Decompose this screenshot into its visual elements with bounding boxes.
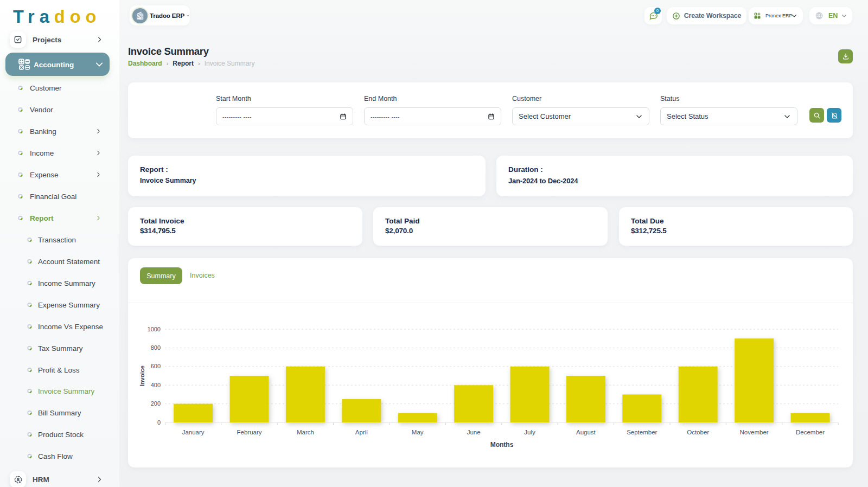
svg-text:June: June <box>467 429 481 435</box>
svg-text:August: August <box>576 429 596 435</box>
svg-text:September: September <box>627 429 657 435</box>
svg-text:May: May <box>412 429 424 435</box>
svg-text:February: February <box>237 429 261 435</box>
svg-text:July: July <box>524 429 535 435</box>
svg-text:October: October <box>687 429 709 435</box>
svg-text:November: November <box>740 429 769 435</box>
svg-text:600: 600 <box>151 363 161 369</box>
svg-text:April: April <box>355 429 368 435</box>
svg-text:400: 400 <box>151 382 161 388</box>
svg-text:1000: 1000 <box>148 326 161 332</box>
svg-text:January: January <box>182 429 205 435</box>
svg-text:March: March <box>297 429 314 435</box>
svg-text:200: 200 <box>151 400 161 407</box>
svg-text:December: December <box>796 429 825 435</box>
svg-text:0: 0 <box>157 419 161 426</box>
svg-text:Months: Months <box>490 441 514 448</box>
svg-text:Invoice: Invoice <box>139 366 145 386</box>
svg-text:800: 800 <box>151 344 161 351</box>
